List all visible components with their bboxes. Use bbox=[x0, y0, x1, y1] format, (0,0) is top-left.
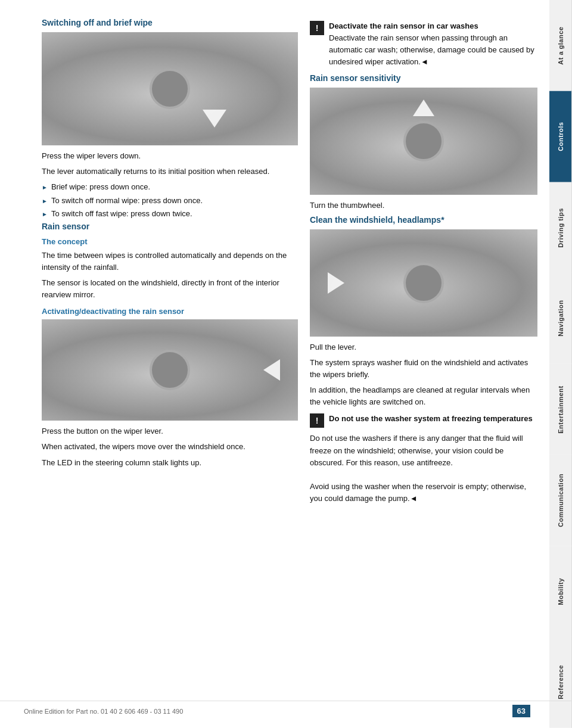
warning-text-freezing: Do not use the washer system at freezing… bbox=[329, 413, 533, 425]
page-footer: Online Edition for Part no. 01 40 2 606 … bbox=[0, 701, 572, 717]
warning-car-wash: ! Deactivate the rain sensor in car wash… bbox=[310, 20, 537, 69]
warning-icon-1: ! bbox=[310, 21, 324, 35]
text-pull-lever: Pull the lever. bbox=[310, 341, 537, 353]
section-title-clean: Clean the windshield, headlamps* bbox=[310, 215, 537, 225]
section-clean-windshield: Clean the windshield, headlamps* Pull th… bbox=[310, 215, 537, 409]
bullet-text-2: To switch off normal wipe: press down on… bbox=[51, 195, 203, 207]
text-press-button: Press the button on the wiper lever. bbox=[42, 425, 298, 437]
text-led-lights: The LED in the steering column stalk lig… bbox=[42, 457, 298, 469]
warning-body-1: Deactivate the rain sensor when passing … bbox=[329, 33, 534, 66]
sidebar-item-entertainment[interactable]: Entertainment bbox=[549, 364, 572, 455]
image-thumbwheel bbox=[310, 88, 537, 195]
sidebar-item-driving-tips[interactable]: Driving tips bbox=[549, 182, 572, 273]
text-headlamps-cleaned: In addition, the headlamps are cleaned a… bbox=[310, 384, 537, 408]
bullet-fast-wipe: ► To switch off fast wipe: press down tw… bbox=[42, 208, 298, 220]
text-sprays-washer: The system sprays washer fluid on the wi… bbox=[310, 357, 537, 381]
sidebar-item-controls[interactable]: Controls bbox=[549, 91, 572, 182]
arrow-icon-2: ► bbox=[42, 197, 48, 206]
section-title-switching: Switching off and brief wipe bbox=[42, 18, 298, 27]
sidebar-item-navigation[interactable]: Navigation bbox=[549, 273, 572, 364]
sidebar: At a glance Controls Driving tips Naviga… bbox=[549, 0, 572, 728]
sidebar-item-mobility[interactable]: Mobility bbox=[549, 546, 572, 637]
section-rain-sensor: Rain sensor The concept The time between… bbox=[42, 222, 298, 469]
bullet-normal-wipe: ► To switch off normal wipe: press down … bbox=[42, 195, 298, 207]
warning-freezing: ! Do not use the washer system at freezi… bbox=[310, 413, 537, 428]
warning-title-1: Deactivate the rain sensor in car washes bbox=[329, 21, 478, 30]
bullet-text-1: Brief wipe: press down once. bbox=[51, 181, 150, 193]
image-pull-lever bbox=[310, 229, 537, 337]
text-warning-freezing-body: Do not use the washers if there is any d… bbox=[310, 433, 537, 505]
text-turn-thumbwheel: Turn the thumbwheel. bbox=[310, 200, 537, 211]
warning-title-2: Do not use the washer system at freezing… bbox=[329, 414, 533, 423]
text-lever-returns: The lever automatically returns to its i… bbox=[42, 166, 298, 178]
subsection-title-activating: Activating/deactivating the rain sensor bbox=[42, 307, 298, 316]
section-title-rain-sensor: Rain sensor bbox=[42, 222, 298, 231]
warning-text-car-wash: Deactivate the rain sensor in car washes… bbox=[329, 20, 537, 69]
footer-text: Online Edition for Part no. 01 40 2 606 … bbox=[24, 708, 183, 715]
text-sensor-location: The sensor is located on the windshield,… bbox=[42, 277, 298, 301]
bullet-text-3: To switch off fast wipe: press down twic… bbox=[51, 208, 192, 220]
text-time-between-wipes: The time between wipes is controlled aut… bbox=[42, 250, 298, 273]
page-number: 63 bbox=[512, 705, 530, 717]
subsection-title-concept: The concept bbox=[42, 237, 298, 246]
sidebar-item-at-a-glance[interactable]: At a glance bbox=[549, 0, 572, 91]
arrow-icon-3: ► bbox=[42, 210, 48, 219]
image-wiper-lever-down bbox=[42, 32, 298, 145]
sidebar-item-communication[interactable]: Communication bbox=[549, 455, 572, 546]
section-switching-off: Switching off and brief wipe Press the w… bbox=[42, 18, 298, 220]
warning-icon-2: ! bbox=[310, 413, 324, 428]
section-title-sensitivity: Rain sensor sensitivity bbox=[310, 73, 537, 83]
text-press-wiper: Press the wiper levers down. bbox=[42, 150, 298, 162]
text-wipers-move: When activated, the wipers move over the… bbox=[42, 441, 298, 453]
section-rain-sensitivity: Rain sensor sensitivity Turn the thumbwh… bbox=[310, 73, 537, 211]
right-column: ! Deactivate the rain sensor in car wash… bbox=[310, 18, 537, 710]
image-wiper-button bbox=[42, 319, 298, 421]
bullet-brief-wipe: ► Brief wipe: press down once. bbox=[42, 181, 298, 193]
left-column: Switching off and brief wipe Press the w… bbox=[42, 18, 298, 710]
arrow-icon-1: ► bbox=[42, 183, 48, 192]
